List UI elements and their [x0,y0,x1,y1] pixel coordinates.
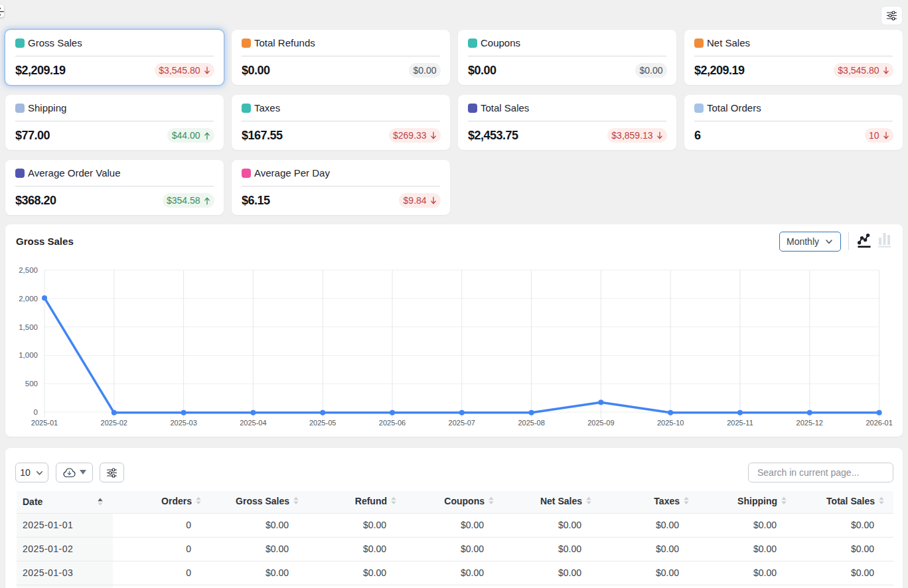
svg-text:2025-10: 2025-10 [657,419,684,427]
svg-text:2025-09: 2025-09 [587,419,614,427]
svg-text:2025-06: 2025-06 [379,419,406,427]
svg-text:2,500: 2,500 [19,266,38,274]
svg-text:2025-03: 2025-03 [170,419,196,427]
svg-text:1,000: 1,000 [19,351,38,359]
svg-text:0: 0 [34,408,38,416]
svg-text:2,000: 2,000 [19,295,38,303]
svg-text:2025-04: 2025-04 [240,419,266,427]
svg-text:2026-01: 2026-01 [866,419,892,427]
svg-text:2025-02: 2025-02 [101,419,127,427]
svg-text:2025-05: 2025-05 [309,419,336,427]
svg-text:2025-01: 2025-01 [31,419,58,427]
svg-text:2025-08: 2025-08 [518,419,544,427]
svg-text:2025-07: 2025-07 [449,419,475,427]
svg-text:1,500: 1,500 [19,323,38,331]
svg-text:500: 500 [25,380,38,388]
svg-text:2025-11: 2025-11 [727,419,753,427]
svg-text:2025-12: 2025-12 [796,419,823,427]
